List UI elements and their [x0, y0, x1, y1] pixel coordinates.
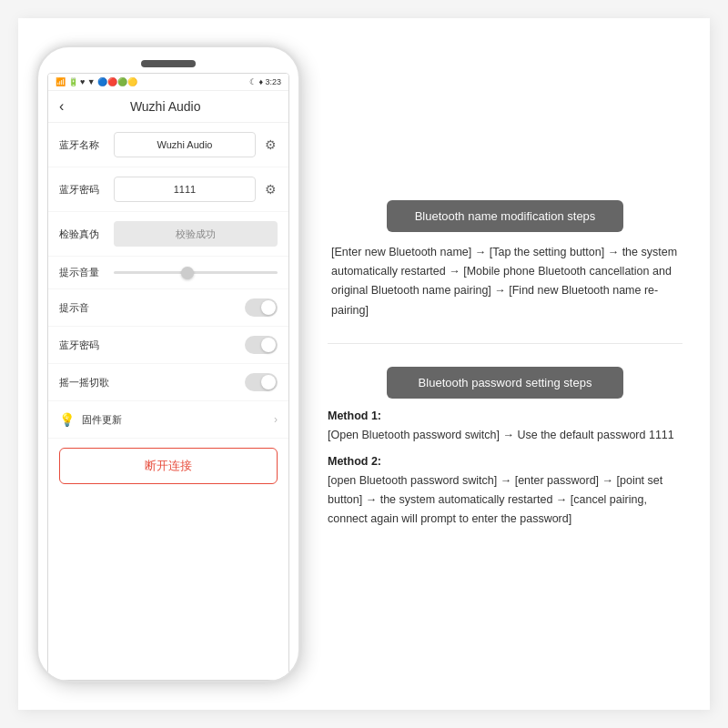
shake-song-row: 摇一摇切歌: [48, 364, 288, 401]
prompt-sound-row: 提示音: [48, 289, 288, 327]
status-right: ☾ ♦ 3:23: [249, 77, 281, 86]
disconnect-button[interactable]: 断开连接: [59, 448, 278, 484]
main-container: 📶 🔋 ♥ ▼ 🔵🔴🟢🟡 ☾ ♦ 3:23 ‹ Wuzhi Audio 蓝牙名称…: [18, 18, 710, 710]
time-display: ☾ ♦ 3:23: [249, 77, 281, 86]
bluetooth-password-gear-icon[interactable]: ⚙: [263, 180, 278, 198]
bt-password-toggle[interactable]: [245, 336, 278, 354]
method2-text: [open Bluetooth password switch] → [ente…: [328, 471, 682, 528]
bt-name-description: [Enter new Bluetooth name] → [Tap the se…: [328, 243, 682, 320]
method2-title: Method 2:: [328, 455, 682, 468]
bluetooth-name-label: 蓝牙名称: [59, 138, 106, 152]
firmware-label: 固件更新: [82, 413, 274, 427]
method2-block: Method 2: [open Bluetooth password switc…: [328, 455, 682, 528]
nav-bar: ‹ Wuzhi Audio: [48, 91, 288, 123]
shake-song-toggle[interactable]: [245, 373, 278, 391]
firmware-arrow-icon: ›: [274, 413, 278, 426]
bluetooth-password-input[interactable]: [114, 177, 256, 202]
bt-name-badge: Bluetooth name modification steps: [387, 200, 623, 232]
prompt-sound-toggle[interactable]: [245, 298, 278, 317]
right-panel: Bluetooth name modification steps [Enter…: [328, 191, 682, 538]
prompt-sound-label: 提示音: [59, 301, 245, 315]
volume-row: 提示音量: [48, 257, 288, 289]
verify-label: 检验真伪: [59, 228, 106, 241]
verify-row: 检验真伪 校验成功: [48, 212, 288, 257]
nav-title: Wuzhi Audio: [71, 99, 259, 114]
bluetooth-name-input[interactable]: [114, 132, 256, 157]
phone-mockup: 📶 🔋 ♥ ▼ 🔵🔴🟢🟡 ☾ ♦ 3:23 ‹ Wuzhi Audio 蓝牙名称…: [36, 46, 300, 682]
phone-speaker: [141, 60, 196, 67]
signal-icons: 📶 🔋 ♥ ▼ 🔵🔴🟢🟡: [56, 77, 137, 86]
bt-password-toggle-row: 蓝牙密码: [48, 327, 288, 364]
back-button[interactable]: ‹: [59, 98, 64, 115]
bt-password-section: Bluetooth password setting steps Method …: [328, 367, 682, 529]
method1-block: Method 1: [Open Bluetooth password switc…: [328, 410, 682, 445]
bluetooth-password-row: 蓝牙密码 ⚙: [48, 167, 288, 212]
bluetooth-name-row: 蓝牙名称 ⚙: [48, 123, 288, 167]
method1-text: [Open Bluetooth password switch] → Use t…: [328, 426, 682, 445]
volume-label: 提示音量: [59, 266, 106, 279]
method1-title: Method 1:: [328, 410, 682, 422]
shake-song-label: 摇一摇切歌: [59, 376, 245, 389]
bt-name-section: Bluetooth name modification steps [Enter…: [328, 200, 682, 320]
firmware-row[interactable]: 💡 固件更新 ›: [48, 401, 288, 439]
status-bar: 📶 🔋 ♥ ▼ 🔵🔴🟢🟡 ☾ ♦ 3:23: [48, 74, 288, 91]
volume-slider-thumb[interactable]: [181, 267, 194, 279]
status-left: 📶 🔋 ♥ ▼ 🔵🔴🟢🟡: [56, 77, 137, 86]
bt-password-toggle-label: 蓝牙密码: [59, 339, 245, 352]
volume-slider-track[interactable]: [114, 271, 278, 274]
verify-success-badge: 校验成功: [114, 221, 278, 247]
firmware-icon: 💡: [59, 412, 75, 427]
section-divider: [328, 343, 682, 344]
settings-list: 蓝牙名称 ⚙ 蓝牙密码 ⚙ 检验真伪 校验成功 提示音量: [48, 123, 288, 680]
bluetooth-name-gear-icon[interactable]: ⚙: [263, 136, 278, 154]
phone-screen: 📶 🔋 ♥ ▼ 🔵🔴🟢🟡 ☾ ♦ 3:23 ‹ Wuzhi Audio 蓝牙名称…: [47, 73, 289, 681]
bluetooth-password-label: 蓝牙密码: [59, 183, 106, 197]
bt-password-badge: Bluetooth password setting steps: [387, 367, 623, 399]
